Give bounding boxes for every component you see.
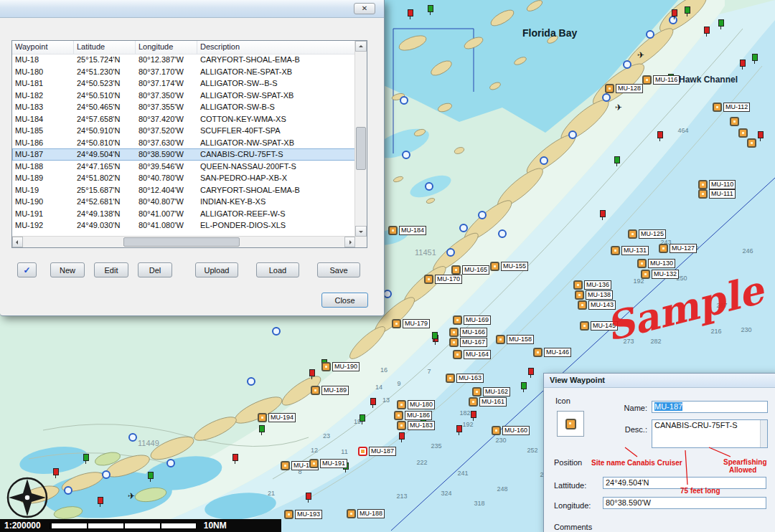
map-waypoint-mu-111[interactable]: MU-111: [698, 189, 736, 199]
waypoint-marker-icon[interactable]: [713, 103, 722, 112]
waypoint-marker-icon[interactable]: [738, 128, 748, 138]
map-waypoint-mu-193[interactable]: MU-193: [284, 510, 322, 519]
map-waypoint-mu-190[interactable]: MU-190: [321, 362, 360, 371]
waypoint-marker-icon[interactable]: [397, 421, 406, 430]
close-button[interactable]: ✕: [354, 3, 375, 14]
waypoint-marker-icon[interactable]: [659, 244, 668, 253]
new-button[interactable]: New: [50, 262, 85, 277]
load-button[interactable]: Load: [256, 262, 299, 277]
table-row[interactable]: MU-18524°50.910'N80°37.520'WSCUFFLER-40F…: [12, 125, 355, 137]
map-waypoint-mu-110[interactable]: MU-110: [698, 180, 736, 189]
scroll-up-button[interactable]: [355, 41, 367, 52]
table-row[interactable]: MU-18024°51.230'N80°37.170'WALLIGATOR-NE…: [12, 66, 355, 78]
upload-button[interactable]: Upload: [195, 262, 238, 277]
table-row[interactable]: MU-18424°57.658'N80°37.420'WCOTTON-KEY-W…: [12, 113, 355, 125]
waypoint-marker-icon[interactable]: [392, 319, 401, 328]
waypoint-marker-icon[interactable]: [611, 246, 620, 255]
waypoint-marker-icon[interactable]: [424, 275, 433, 284]
waypoint-marker-icon[interactable]: [490, 262, 499, 271]
waypoint-marker-icon[interactable]: [641, 270, 650, 279]
map-waypoint-mu-163[interactable]: MU-163: [446, 374, 484, 383]
table-row[interactable]: MU-18324°50.465'N80°37.355'WALLIGATOR-SW…: [12, 101, 355, 113]
waypoint-marker-icon[interactable]: [698, 180, 708, 189]
map-waypoint-mu-187[interactable]: MU-187: [358, 447, 396, 456]
vertical-scroll-thumb[interactable]: [356, 127, 366, 170]
map-waypoint-mu-130[interactable]: MU-130: [637, 259, 675, 268]
waypoint-marker-icon[interactable]: [347, 509, 356, 518]
waypoint-marker-icon[interactable]: [637, 259, 647, 268]
waypoint-marker-icon[interactable]: [449, 338, 459, 347]
map-waypoint-unlabeled[interactable]: [738, 128, 748, 138]
waypoint-marker-icon[interactable]: [628, 229, 637, 239]
map-waypoint-mu-166[interactable]: MU-166: [449, 328, 487, 337]
map-waypoint-mu-165[interactable]: MU-165: [451, 265, 489, 275]
map-waypoint-mu-138[interactable]: MU-138: [575, 290, 613, 300]
table-row[interactable]: MU-18724°49.504'N80°38.590'WCANABIS-CRU-…: [12, 148, 355, 161]
waypoint-marker-icon[interactable]: [496, 335, 505, 344]
map-waypoint-mu-160[interactable]: MU-160: [492, 426, 530, 435]
map-waypoint-mu-136[interactable]: MU-136: [573, 280, 611, 290]
edit-button[interactable]: Edit: [94, 262, 128, 277]
waypoint-marker-icon[interactable]: [578, 300, 587, 310]
waypoint-marker-icon[interactable]: [642, 75, 652, 85]
waypoint-marker-icon[interactable]: [321, 362, 331, 371]
table-row[interactable]: MU-18624°50.810'N80°37.630'WALLIGATOR-NW…: [12, 137, 355, 149]
waypoint-marker-icon[interactable]: [698, 189, 708, 199]
waypoint-marker-icon[interactable]: [492, 426, 501, 435]
vertical-scrollbar[interactable]: [354, 41, 367, 237]
map-waypoint-mu-116[interactable]: MU-116: [642, 75, 680, 85]
map-waypoint-mu-183[interactable]: MU-183: [397, 421, 435, 430]
map-waypoint-mu-158[interactable]: MU-158: [496, 335, 534, 344]
map-waypoint-mu-128[interactable]: MU-128: [605, 84, 643, 93]
table-row[interactable]: MU-18124°50.523'N80°37.174'WALLIGATOR-SW…: [12, 77, 355, 90]
map-waypoint-mu-194[interactable]: MU-194: [258, 413, 296, 422]
save-button[interactable]: Save: [317, 262, 360, 277]
map-waypoint-mu-125[interactable]: MU-125: [628, 229, 666, 239]
waypoint-marker-icon[interactable]: [747, 138, 756, 148]
waypoint-marker-icon[interactable]: [388, 226, 398, 235]
table-row[interactable]: MU-1825°15.724'N80°12.387'WCARYFORT-SHOA…: [12, 54, 355, 66]
table-row[interactable]: MU-18924°51.802'N80°40.780'WSAN-PEDRO-HA…: [12, 172, 355, 184]
scroll-down-button[interactable]: [355, 226, 367, 237]
waypoint-marker-icon[interactable]: [449, 328, 459, 337]
waypoint-marker-icon[interactable]: [573, 280, 583, 290]
map-waypoint-unlabeled[interactable]: [730, 117, 739, 126]
map-waypoint-mu-170[interactable]: MU-170: [424, 275, 462, 284]
waypoint-marker-icon[interactable]: [258, 413, 267, 422]
waypoint-marker-icon[interactable]: [472, 387, 482, 396]
del-button[interactable]: Del: [138, 262, 172, 277]
map-waypoint-mu-184[interactable]: MU-184: [388, 226, 426, 235]
close-dialog-button[interactable]: Close: [321, 293, 368, 308]
waypoint-marker-icon[interactable]: [311, 386, 320, 395]
map-waypoint-mu-191[interactable]: MU-191: [309, 459, 347, 468]
waypoint-marker-icon[interactable]: [358, 447, 367, 456]
map-waypoint-mu-164[interactable]: MU-164: [453, 350, 491, 359]
waypoint-marker-icon[interactable]: [309, 459, 319, 468]
map-waypoint-mu-127[interactable]: MU-127: [659, 244, 697, 253]
map-waypoint-mu-161[interactable]: MU-161: [469, 397, 507, 407]
map-waypoint-mu-179[interactable]: MU-179: [392, 319, 430, 328]
map-waypoint-mu-186[interactable]: MU-186: [394, 411, 432, 420]
map-waypoint-mu-189[interactable]: MU-189: [311, 386, 349, 395]
waypoint-marker-icon[interactable]: [281, 461, 290, 470]
map-waypoint-unlabeled[interactable]: [747, 138, 756, 148]
column-header-latitude[interactable]: Latitude: [74, 41, 136, 54]
map-waypoint-mu-131[interactable]: MU-131: [611, 246, 649, 255]
waypoint-marker-icon[interactable]: [394, 411, 403, 420]
scroll-left-button[interactable]: [12, 237, 23, 247]
waypoint-marker-icon[interactable]: [451, 265, 461, 275]
waypoint-marker-icon[interactable]: [446, 374, 455, 383]
map-waypoint-mu-167[interactable]: MU-167: [449, 338, 487, 347]
table-row[interactable]: MU-18824°47.165'N80°39.546'WQUEEN-NASSAU…: [12, 161, 355, 173]
table-row[interactable]: MU-19224°49.030'N80°41.080'WEL-PONDER-DI…: [12, 219, 355, 232]
map-waypoint-mu-155[interactable]: MU-155: [490, 262, 528, 271]
waypoint-marker-icon[interactable]: [453, 315, 462, 325]
map-waypoint-mu-169[interactable]: MU-169: [453, 315, 491, 325]
dialog-titlebar[interactable]: ✕: [0, 0, 384, 18]
map-waypoint-mu-180[interactable]: MU-180: [397, 400, 435, 409]
waypoint-marker-icon[interactable]: [730, 117, 739, 126]
waypoint-marker-icon[interactable]: [533, 348, 542, 357]
map-waypoint-mu-162[interactable]: MU-162: [472, 387, 510, 396]
waypoint-marker-icon[interactable]: [469, 397, 478, 407]
waypoint-marker-icon[interactable]: [580, 321, 589, 331]
